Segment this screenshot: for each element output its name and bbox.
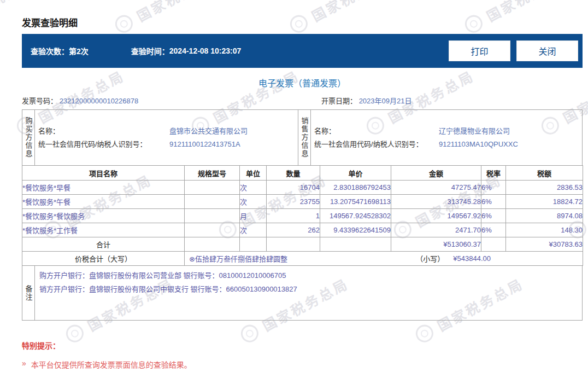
seller-name-label: 名称： (314, 126, 439, 137)
total-empty-unit (240, 237, 267, 252)
items-table: 项目名称 规格型号 单位 数量 单价 金额 税率 税额 *餐饮服务*早餐 次 1… (22, 165, 583, 266)
item-qty: 262 (267, 223, 320, 237)
total-empty-spec (185, 237, 240, 252)
remarks-section: 备注 购方开户银行：盘锦银行股份有限公司营业部 银行账号：08100012010… (22, 266, 583, 321)
total-amount: ¥513060.37 (391, 237, 481, 252)
item-spec (185, 223, 240, 237)
item-name: *餐饮服务*早餐 (22, 181, 185, 195)
items-header-row: 项目名称 规格型号 单位 数量 单价 金额 税率 税额 (22, 166, 583, 181)
item-unit: 次 (240, 195, 267, 209)
invoice-meta: 发票号码： 23212000000010226878 开票日期： 2023年09… (22, 95, 583, 106)
summary-label: 价税合计（大写） (22, 252, 185, 266)
table-row: *餐饮服务*餐饮服务 月 1 149567.924528302 149567.9… (22, 209, 583, 223)
item-price: 9.4339622641509 (320, 223, 391, 237)
print-button[interactable]: 打印 (449, 40, 510, 61)
col-header-name: 项目名称 (22, 166, 185, 181)
buyer-taxid-value: 91211100122413751A (169, 139, 240, 150)
item-unit: 次 (240, 223, 267, 237)
buyer-fields: 名称： 盘锦市公共交通有限公司 统一社会信用代码/纳税人识别号： 9121110… (35, 110, 298, 165)
buyer-bank-line: 购方开户银行：盘锦银行股份有限公司营业部 银行账号：08100012010006… (39, 269, 578, 282)
total-empty-taxrate (481, 237, 506, 252)
seller-taxid-value: 91211103MA10QPUXXC (439, 139, 518, 150)
invoice-date-group: 开票日期： 2023年09月21日 (321, 95, 411, 106)
table-row: *餐饮服务*早餐 次 16704 2.8301886792453 47275.4… (22, 181, 583, 195)
parties-section: 购买方信息 名称： 盘锦市公共交通有限公司 统一社会信用代码/纳税人识别号： 9… (22, 109, 583, 165)
item-taxrate: 6% (481, 181, 506, 195)
item-price: 13.2075471698113 (320, 195, 391, 209)
buyer-name-label: 名称： (38, 126, 169, 137)
seller-fields: 名称： 辽宁德晟物业有限公司 统一社会信用代码/纳税人识别号： 91211103… (311, 110, 582, 165)
item-amount: 313745.28 (391, 195, 481, 209)
buyer-section: 购买方信息 名称： 盘锦市公共交通有限公司 统一社会信用代码/纳税人识别号： 9… (22, 110, 298, 165)
item-qty: 1 (267, 209, 320, 223)
item-name: *餐饮服务*工作餐 (22, 223, 185, 237)
tip-note-1: » 本平台仅提供所查询发票票面信息的查验结果。 (22, 359, 583, 370)
col-header-amount: 金额 (391, 166, 481, 181)
item-unit: 次 (240, 181, 267, 195)
buyer-taxid-label: 统一社会信用代码/纳税人识别号： (38, 139, 169, 150)
col-header-qty: 数量 (267, 166, 320, 181)
check-count-value: 第2次 (69, 45, 89, 56)
item-amount: 47275.47 (391, 181, 481, 195)
col-header-unit: 单位 (240, 166, 267, 181)
item-price: 149567.924528302 (320, 209, 391, 223)
invoice-number-group: 发票号码： 23212000000010226878 (22, 95, 321, 106)
invoice-type-title: 电子发票（普通发票） (22, 76, 583, 89)
amount-in-figures: ¥543844.00 (453, 254, 491, 263)
item-tax: 148.30 (506, 223, 583, 237)
invoice-date-label: 开票日期： (321, 97, 357, 105)
col-header-spec: 规格型号 (185, 166, 240, 181)
item-price: 2.8301886792453 (320, 181, 391, 195)
bar-buttons: 打印 关闭 (449, 40, 578, 61)
amount-small-label: （小写） (416, 253, 444, 264)
invoice-date-value: 2023年09月21日 (359, 97, 412, 105)
tip-note-text: 本平台仅提供所查询发票票面信息的查验结果。 (31, 359, 192, 370)
special-tips: 特别提示： » 本平台仅提供所查询发票票面信息的查验结果。 » 若发现发票查验结… (22, 340, 583, 372)
check-time-label: 查验时间： (131, 45, 169, 56)
remarks-body: 购方开户银行：盘锦银行股份有限公司营业部 银行账号：08100012010006… (35, 266, 582, 320)
invoice-number-value: 23212000000010226878 (60, 97, 139, 105)
table-row: *餐饮服务*工作餐 次 262 9.4339622641509 2471.70 … (22, 223, 583, 237)
total-empty-price (320, 237, 391, 252)
item-amount: 2471.70 (391, 223, 481, 237)
seller-name-value: 辽宁德晟物业有限公司 (439, 126, 510, 137)
table-row: *餐饮服务*午餐 次 23755 13.2075471698113 313745… (22, 195, 583, 209)
amount-in-words: ⊗伍拾肆万叁仟捌佰肆拾肆圆整 (189, 253, 287, 264)
page-content: 发票查验明细 查验次数： 第2次 查验时间： 2024-12-08 10:23:… (0, 15, 588, 372)
remarks-side-label: 备注 (22, 266, 35, 320)
item-name: *餐饮服务*午餐 (22, 195, 185, 209)
close-button[interactable]: 关闭 (516, 40, 578, 61)
col-header-tax: 税额 (506, 166, 583, 181)
item-tax: 18824.72 (506, 195, 583, 209)
item-spec (185, 209, 240, 223)
seller-bank-line: 销方开户银行：盘锦银行股份有限公司中银支行 银行账号：6600501309000… (39, 282, 578, 296)
summary-row: 价税合计（大写） ⊗伍拾肆万叁仟捌佰肆拾肆圆整 （小写） ¥543844.00 (22, 252, 583, 266)
col-header-taxrate: 税率 (481, 166, 506, 181)
item-unit: 月 (240, 209, 267, 223)
item-name: *餐饮服务*餐饮服务 (22, 209, 185, 223)
bullet-icon: » (22, 359, 26, 370)
col-header-price: 单价 (320, 166, 391, 181)
total-row: 合计 ¥513060.37 ¥30783.63 (22, 237, 583, 252)
total-label: 合计 (22, 237, 185, 252)
item-taxrate: 6% (481, 223, 506, 237)
item-taxrate: 6% (481, 195, 506, 209)
item-tax: 2836.53 (506, 181, 583, 195)
check-count-label: 查验次数： (31, 45, 69, 56)
item-spec (185, 195, 240, 209)
item-spec (185, 181, 240, 195)
summary-cell: ⊗伍拾肆万叁仟捌佰肆拾肆圆整 （小写） ¥543844.00 (185, 252, 583, 266)
seller-side-label: 销售方信息 (298, 110, 311, 165)
item-taxrate: 6% (481, 209, 506, 223)
tips-title: 特别提示： (22, 340, 583, 351)
seller-taxid-label: 统一社会信用代码/纳税人识别号： (314, 139, 439, 150)
check-time-value: 2024-12-08 10:23:07 (169, 47, 242, 55)
item-qty: 16704 (267, 181, 320, 195)
seller-section: 销售方信息 名称： 辽宁德晟物业有限公司 统一社会信用代码/纳税人识别号： 91… (298, 110, 582, 165)
item-qty: 23755 (267, 195, 320, 209)
item-amount: 149567.92 (391, 209, 481, 223)
page-title: 发票查验明细 (22, 15, 583, 29)
item-tax: 8974.08 (506, 209, 583, 223)
verification-bar: 查验次数： 第2次 查验时间： 2024-12-08 10:23:07 打印 关… (22, 34, 583, 68)
buyer-side-label: 购买方信息 (22, 110, 35, 165)
